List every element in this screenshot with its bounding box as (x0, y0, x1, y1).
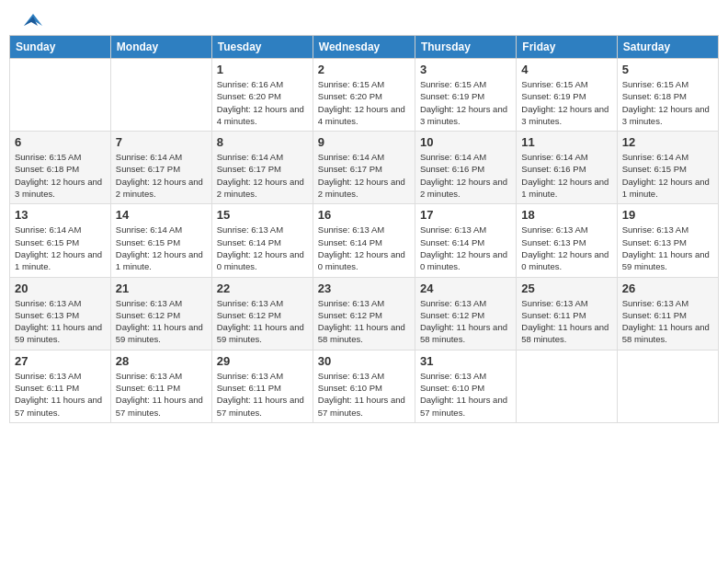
day-number: 17 (420, 208, 511, 222)
calendar-cell (617, 350, 718, 422)
day-info: Sunrise: 6:14 AM Sunset: 6:17 PM Dayligh… (318, 151, 410, 200)
calendar-cell: 12Sunrise: 6:14 AM Sunset: 6:15 PM Dayli… (617, 132, 718, 204)
day-info: Sunrise: 6:15 AM Sunset: 6:18 PM Dayligh… (622, 78, 713, 127)
day-number: 22 (217, 282, 308, 295)
day-number: 25 (521, 282, 611, 295)
day-info: Sunrise: 6:13 AM Sunset: 6:11 PM Dayligh… (116, 370, 207, 419)
day-number: 1 (217, 63, 308, 76)
calendar-cell: 22Sunrise: 6:13 AM Sunset: 6:12 PM Dayli… (211, 277, 313, 350)
day-number: 30 (318, 354, 410, 368)
day-of-week-header: Saturday (617, 36, 718, 59)
day-number: 29 (217, 354, 308, 368)
calendar-week-row: 6Sunrise: 6:15 AM Sunset: 6:18 PM Daylig… (10, 132, 719, 204)
day-info: Sunrise: 6:15 AM Sunset: 6:20 PM Dayligh… (318, 78, 410, 127)
day-info: Sunrise: 6:14 AM Sunset: 6:15 PM Dayligh… (116, 224, 207, 272)
day-number: 2 (318, 63, 410, 76)
day-info: Sunrise: 6:13 AM Sunset: 6:12 PM Dayligh… (318, 297, 410, 346)
calendar-cell (517, 350, 617, 422)
day-info: Sunrise: 6:14 AM Sunset: 6:16 PM Dayligh… (521, 151, 611, 200)
day-info: Sunrise: 6:13 AM Sunset: 6:14 PM Dayligh… (318, 224, 410, 272)
calendar-week-row: 27Sunrise: 6:13 AM Sunset: 6:11 PM Dayli… (10, 350, 719, 422)
day-info: Sunrise: 6:13 AM Sunset: 6:12 PM Dayligh… (217, 297, 308, 346)
day-number: 4 (521, 63, 611, 76)
calendar-cell: 28Sunrise: 6:13 AM Sunset: 6:11 PM Dayli… (110, 350, 211, 422)
calendar-cell: 1Sunrise: 6:16 AM Sunset: 6:20 PM Daylig… (211, 59, 313, 132)
day-number: 23 (318, 282, 410, 295)
calendar-cell: 8Sunrise: 6:14 AM Sunset: 6:17 PM Daylig… (211, 132, 313, 204)
calendar-cell: 20Sunrise: 6:13 AM Sunset: 6:13 PM Dayli… (10, 277, 111, 350)
day-number: 31 (420, 354, 511, 368)
calendar-cell: 11Sunrise: 6:14 AM Sunset: 6:16 PM Dayli… (517, 132, 617, 204)
calendar-cell: 6Sunrise: 6:15 AM Sunset: 6:18 PM Daylig… (10, 132, 111, 204)
calendar-cell: 19Sunrise: 6:13 AM Sunset: 6:13 PM Dayli… (617, 204, 718, 277)
day-info: Sunrise: 6:13 AM Sunset: 6:13 PM Dayligh… (521, 224, 611, 272)
day-of-week-header: Thursday (415, 36, 516, 59)
calendar-cell: 23Sunrise: 6:13 AM Sunset: 6:12 PM Dayli… (313, 277, 415, 350)
day-number: 3 (420, 63, 511, 76)
day-info: Sunrise: 6:14 AM Sunset: 6:17 PM Dayligh… (116, 151, 207, 200)
day-info: Sunrise: 6:13 AM Sunset: 6:13 PM Dayligh… (15, 297, 106, 346)
calendar-cell (10, 59, 111, 132)
calendar-cell: 31Sunrise: 6:13 AM Sunset: 6:10 PM Dayli… (415, 350, 516, 422)
day-info: Sunrise: 6:13 AM Sunset: 6:11 PM Dayligh… (521, 297, 611, 346)
day-number: 15 (217, 208, 308, 222)
calendar-cell: 10Sunrise: 6:14 AM Sunset: 6:16 PM Dayli… (415, 132, 516, 204)
day-number: 19 (622, 208, 713, 222)
day-number: 6 (15, 135, 106, 149)
day-of-week-header: Sunday (10, 36, 111, 59)
calendar-cell: 29Sunrise: 6:13 AM Sunset: 6:11 PM Dayli… (211, 350, 313, 422)
calendar-cell: 7Sunrise: 6:14 AM Sunset: 6:17 PM Daylig… (110, 132, 211, 204)
day-number: 8 (217, 135, 308, 149)
day-info: Sunrise: 6:13 AM Sunset: 6:13 PM Dayligh… (622, 224, 713, 272)
calendar-cell: 5Sunrise: 6:15 AM Sunset: 6:18 PM Daylig… (617, 59, 718, 132)
calendar-cell: 26Sunrise: 6:13 AM Sunset: 6:11 PM Dayli… (617, 277, 718, 350)
day-of-week-header: Wednesday (313, 36, 415, 59)
day-number: 5 (622, 63, 713, 76)
calendar-week-row: 1Sunrise: 6:16 AM Sunset: 6:20 PM Daylig… (10, 59, 719, 132)
day-number: 7 (116, 135, 207, 149)
day-number: 14 (116, 208, 207, 222)
day-number: 11 (521, 135, 611, 149)
logo-bird-icon (15, 9, 42, 28)
calendar-cell: 3Sunrise: 6:15 AM Sunset: 6:19 PM Daylig… (415, 59, 516, 132)
day-of-week-header: Tuesday (211, 36, 313, 59)
calendar-cell: 27Sunrise: 6:13 AM Sunset: 6:11 PM Dayli… (10, 350, 111, 422)
day-number: 9 (318, 135, 410, 149)
calendar-cell: 2Sunrise: 6:15 AM Sunset: 6:20 PM Daylig… (313, 59, 415, 132)
calendar-header-row: SundayMondayTuesdayWednesdayThursdayFrid… (10, 36, 719, 59)
calendar-table: SundayMondayTuesdayWednesdayThursdayFrid… (9, 35, 719, 423)
day-number: 20 (15, 282, 106, 295)
day-info: Sunrise: 6:14 AM Sunset: 6:16 PM Dayligh… (420, 151, 511, 200)
day-info: Sunrise: 6:13 AM Sunset: 6:14 PM Dayligh… (217, 224, 308, 272)
day-info: Sunrise: 6:13 AM Sunset: 6:12 PM Dayligh… (420, 297, 511, 346)
calendar-cell: 13Sunrise: 6:14 AM Sunset: 6:15 PM Dayli… (10, 204, 111, 277)
day-info: Sunrise: 6:13 AM Sunset: 6:11 PM Dayligh… (622, 297, 713, 346)
day-number: 18 (521, 208, 611, 222)
calendar-week-row: 20Sunrise: 6:13 AM Sunset: 6:13 PM Dayli… (10, 277, 719, 350)
calendar-cell: 21Sunrise: 6:13 AM Sunset: 6:12 PM Dayli… (110, 277, 211, 350)
calendar-cell: 9Sunrise: 6:14 AM Sunset: 6:17 PM Daylig… (313, 132, 415, 204)
calendar-cell (110, 59, 211, 132)
day-info: Sunrise: 6:14 AM Sunset: 6:15 PM Dayligh… (622, 151, 713, 200)
calendar-cell: 30Sunrise: 6:13 AM Sunset: 6:10 PM Dayli… (313, 350, 415, 422)
page-header (9, 9, 719, 28)
day-info: Sunrise: 6:13 AM Sunset: 6:14 PM Dayligh… (420, 224, 511, 272)
day-info: Sunrise: 6:15 AM Sunset: 6:19 PM Dayligh… (420, 78, 511, 127)
day-info: Sunrise: 6:16 AM Sunset: 6:20 PM Dayligh… (217, 78, 308, 127)
day-number: 24 (420, 282, 511, 295)
logo (13, 9, 42, 28)
calendar-week-row: 13Sunrise: 6:14 AM Sunset: 6:15 PM Dayli… (10, 204, 719, 277)
calendar-cell: 14Sunrise: 6:14 AM Sunset: 6:15 PM Dayli… (110, 204, 211, 277)
day-info: Sunrise: 6:14 AM Sunset: 6:15 PM Dayligh… (15, 224, 106, 272)
day-number: 26 (622, 282, 713, 295)
day-number: 13 (15, 208, 106, 222)
calendar-cell: 18Sunrise: 6:13 AM Sunset: 6:13 PM Dayli… (517, 204, 617, 277)
day-number: 12 (622, 135, 713, 149)
day-number: 16 (318, 208, 410, 222)
calendar-cell: 17Sunrise: 6:13 AM Sunset: 6:14 PM Dayli… (415, 204, 516, 277)
day-info: Sunrise: 6:14 AM Sunset: 6:17 PM Dayligh… (217, 151, 308, 200)
day-number: 27 (15, 354, 106, 368)
day-of-week-header: Monday (110, 36, 211, 59)
calendar-cell: 25Sunrise: 6:13 AM Sunset: 6:11 PM Dayli… (517, 277, 617, 350)
day-info: Sunrise: 6:15 AM Sunset: 6:19 PM Dayligh… (521, 78, 611, 127)
